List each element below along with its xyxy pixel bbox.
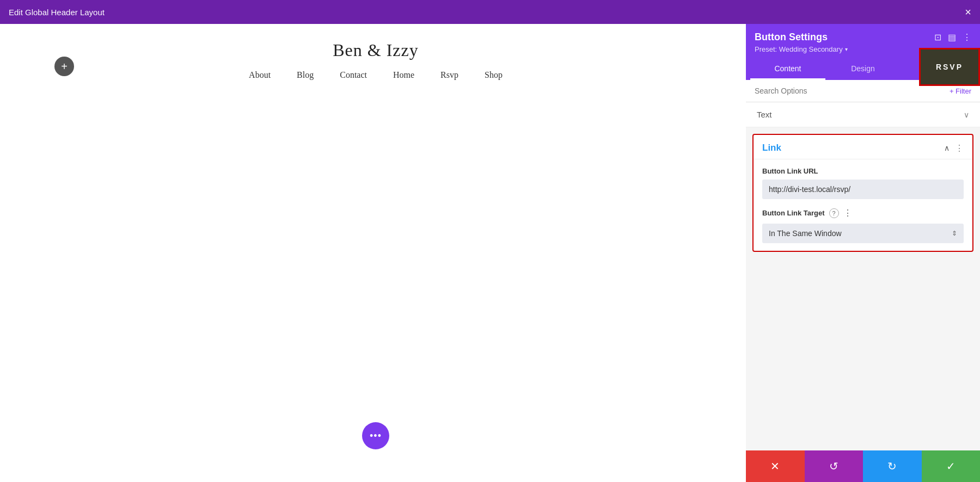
layout-icon[interactable]: ▤ [948, 32, 956, 42]
plus-icon: + [61, 60, 68, 73]
panel-title-icons: ⊡ ▤ ⋮ [934, 32, 971, 42]
link-section-title: Link [762, 143, 781, 153]
link-more-icon[interactable]: ⋮ [955, 143, 964, 153]
url-field-label: Button Link URL [762, 167, 964, 175]
add-button[interactable]: + [54, 57, 74, 76]
top-bar-title: Edit Global Header Layout [9, 8, 105, 17]
nav-link-rsvp[interactable]: Rsvp [440, 70, 458, 80]
close-button[interactable]: × [965, 7, 971, 17]
cancel-button[interactable]: ✕ [746, 450, 805, 482]
link-body: Button Link URL Button Link Target ? ⋮ I… [754, 159, 972, 251]
target-select[interactable]: In The Same Window In The New Tab [762, 224, 964, 243]
text-section[interactable]: Text ∨ [746, 102, 980, 127]
preset-chevron-icon: ▾ [845, 46, 848, 52]
action-bar: ✕ ↺ ↻ ✓ [746, 450, 980, 482]
link-section-icons: ∧ ⋮ [944, 143, 964, 153]
dots-button[interactable]: ••• [362, 422, 389, 449]
nav-link-contact[interactable]: Contact [340, 70, 367, 80]
search-input[interactable] [755, 86, 950, 95]
site-title: Ben & Izzy [333, 40, 419, 60]
filter-button[interactable]: + Filter [950, 87, 971, 95]
tab-design[interactable]: Design [825, 59, 901, 80]
tab-content[interactable]: Content [750, 59, 825, 80]
nav-link-about[interactable]: About [249, 70, 271, 80]
target-row: Button Link Target ? ⋮ [762, 208, 964, 218]
settings-panel: Button Settings ⊡ ▤ ⋮ Preset: Wedding Se… [746, 24, 980, 482]
reset-button[interactable]: ↺ [805, 450, 863, 482]
rsvp-button[interactable]: RSVP [919, 48, 980, 86]
more-icon[interactable]: ⋮ [963, 32, 971, 42]
preview-nav: Ben & Izzy About Blog Contact Home Rsvp … [0, 24, 751, 80]
nav-link-blog[interactable]: Blog [297, 70, 314, 80]
text-chevron-icon: ∨ [964, 110, 969, 119]
redo-button[interactable]: ↻ [863, 450, 922, 482]
help-icon[interactable]: ? [829, 208, 839, 218]
save-button[interactable]: ✓ [922, 450, 981, 482]
top-bar: Edit Global Header Layout × [0, 0, 980, 24]
preset-label: Preset: Wedding Secondary [755, 45, 843, 53]
panel-title-row: Button Settings ⊡ ▤ ⋮ [755, 32, 971, 43]
website-preview: + Ben & Izzy About Blog Contact Home Rsv… [0, 24, 751, 482]
canvas: + Ben & Izzy About Blog Contact Home Rsv… [0, 24, 980, 482]
target-field-label: Button Link Target [762, 209, 825, 217]
panel-title: Button Settings [755, 32, 828, 43]
target-select-wrapper: In The Same Window In The New Tab [762, 224, 964, 243]
dots-icon: ••• [370, 430, 382, 442]
nav-link-home[interactable]: Home [393, 70, 414, 80]
nav-links: About Blog Contact Home Rsvp Shop [249, 70, 503, 80]
target-more-icon[interactable]: ⋮ [843, 208, 852, 218]
link-section-header: Link ∧ ⋮ [754, 135, 972, 159]
link-section: Link ∧ ⋮ Button Link URL Button Link Tar… [752, 134, 973, 252]
fullscreen-icon[interactable]: ⊡ [934, 32, 941, 42]
text-section-label: Text [757, 110, 772, 119]
panel-body: + Filter Text ∨ Link ∧ ⋮ Button Link URL [746, 80, 980, 450]
url-input[interactable] [762, 180, 964, 199]
nav-link-shop[interactable]: Shop [485, 70, 503, 80]
collapse-icon[interactable]: ∧ [944, 144, 950, 152]
